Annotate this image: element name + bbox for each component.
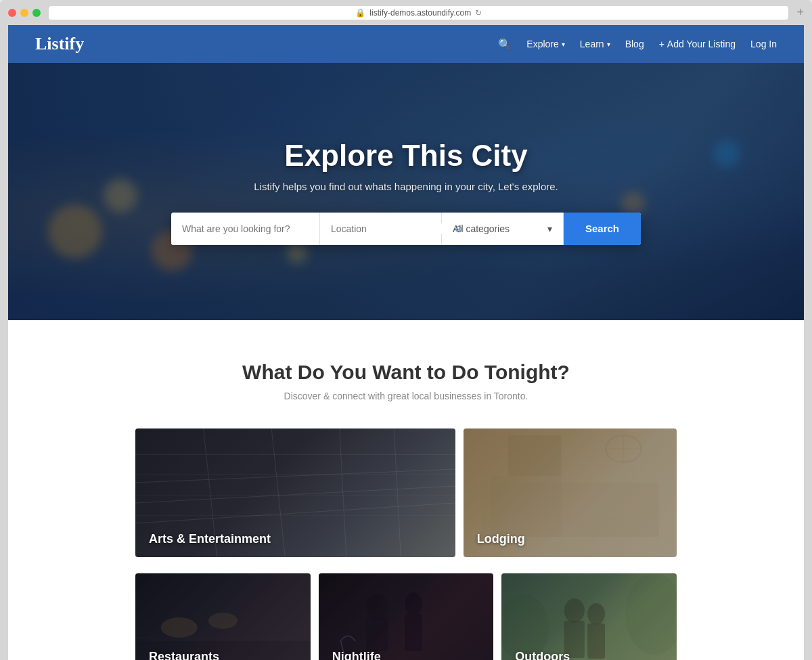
section-title: What Do You Want to Do Tonight? (35, 361, 777, 384)
arts-overlay: Arts & Entertainment (135, 428, 455, 557)
blog-label: Blog (625, 39, 644, 49)
nav-add-listing[interactable]: + Add Your Listing (659, 39, 736, 49)
site-logo[interactable]: Listify (35, 34, 84, 54)
hero-section: Explore This City Listify helps you find… (8, 63, 804, 320)
add-listing-label: Add Your Listing (667, 39, 736, 49)
nav-explore[interactable]: Explore ▾ (526, 39, 564, 49)
minimize-button[interactable] (20, 9, 28, 17)
hero-content: Explore This City Listify helps you find… (254, 139, 558, 192)
search-location-field: ⊙ (320, 213, 442, 245)
hero-title: Explore This City (254, 139, 558, 173)
category-arts-entertainment[interactable]: Arts & Entertainment (135, 428, 455, 557)
category-chevron-icon: ▾ (547, 223, 552, 234)
category-outdoors[interactable]: Outdoors (501, 573, 677, 660)
nav-login[interactable]: Log In (750, 39, 777, 49)
search-bar: ⊙ All categories ▾ Search (171, 213, 641, 245)
browser-dots (8, 9, 41, 17)
learn-label: Learn (580, 39, 604, 49)
category-restaurants[interactable]: Restaurants (135, 573, 311, 660)
search-location-input[interactable] (331, 223, 449, 234)
arts-label: Arts & Entertainment (149, 532, 271, 546)
search-button[interactable]: Search (564, 213, 641, 245)
url-text: listify-demos.astoundify.com (369, 8, 471, 18)
lock-icon: 🔒 (355, 8, 365, 18)
learn-chevron-icon: ▾ (607, 41, 610, 48)
explore-label: Explore (526, 39, 558, 49)
nav-right: 🔍 Explore ▾ Learn ▾ Blog + Add Your List… (498, 38, 777, 51)
hero-subtitle: Listify helps you find out whats happeni… (254, 181, 558, 192)
restaurants-overlay: Restaurants (135, 573, 311, 660)
categories-section: What Do You Want to Do Tonight? Discover… (8, 320, 804, 660)
restaurants-label: Restaurants (149, 650, 219, 660)
login-label: Log In (750, 39, 777, 49)
browser-window: 🔒 listify-demos.astoundify.com ↻ + Listi… (0, 0, 812, 660)
nightlife-overlay: Nightlife (319, 573, 494, 660)
search-button-label: Search (585, 223, 619, 234)
search-category-dropdown[interactable]: All categories ▾ (442, 213, 564, 245)
lodging-label: Lodging (477, 532, 525, 546)
fullscreen-button[interactable] (32, 9, 41, 17)
refresh-icon[interactable]: ↻ (475, 8, 482, 18)
section-subtitle: Discover & connect with great local busi… (35, 391, 777, 401)
nightlife-label: Nightlife (332, 650, 381, 660)
category-lodging[interactable]: Lodging (464, 428, 677, 557)
plus-icon: + (659, 39, 664, 49)
nav-search-icon[interactable]: 🔍 (498, 38, 512, 51)
explore-chevron-icon: ▾ (562, 41, 565, 48)
website-content: Listify 🔍 Explore ▾ Learn ▾ Blog + Add Y… (8, 25, 804, 660)
close-button[interactable] (8, 9, 16, 17)
navbar: Listify 🔍 Explore ▾ Learn ▾ Blog + Add Y… (8, 25, 804, 63)
category-grid-bottom: Restaurants (135, 573, 677, 660)
add-tab-button[interactable]: + (796, 5, 804, 20)
outdoors-label: Outdoors (515, 650, 570, 660)
address-bar[interactable]: 🔒 listify-demos.astoundify.com ↻ (49, 6, 788, 20)
category-selected-label: All categories (453, 223, 510, 234)
outdoors-overlay: Outdoors (501, 573, 677, 660)
browser-titlebar: 🔒 listify-demos.astoundify.com ↻ + (8, 5, 804, 20)
nav-learn[interactable]: Learn ▾ (580, 39, 610, 49)
lodging-overlay: Lodging (464, 428, 677, 557)
category-nightlife[interactable]: Nightlife (319, 573, 494, 660)
nav-blog[interactable]: Blog (625, 39, 644, 49)
category-grid-top: Arts & Entertainment (135, 428, 677, 565)
search-what-input[interactable] (171, 213, 320, 245)
